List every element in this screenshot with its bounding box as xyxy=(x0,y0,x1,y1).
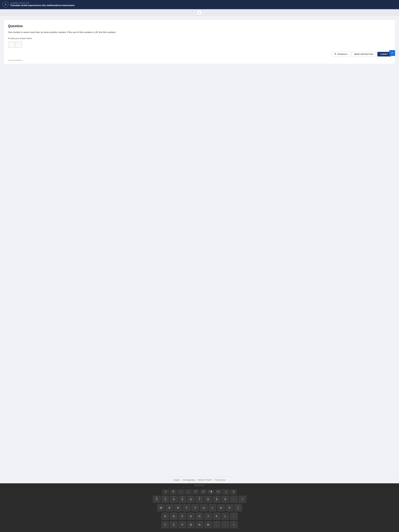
footer-sep1: | xyxy=(181,479,182,481)
key-0[interactable]: ) 0 xyxy=(221,496,229,503)
key-t[interactable]: T xyxy=(183,504,191,512)
key-h[interactable]: H xyxy=(196,513,203,520)
collapse-bar[interactable]: ∨ xyxy=(0,9,399,16)
key-8[interactable]: * 8 xyxy=(204,496,212,503)
key-r[interactable]: R xyxy=(174,504,182,512)
key-4[interactable]: $ 4 xyxy=(170,496,178,503)
key-semicolon[interactable]: : ; xyxy=(230,513,238,520)
key-f[interactable]: F xyxy=(178,513,186,520)
key-i[interactable]: I xyxy=(209,504,216,512)
key-m[interactable]: M xyxy=(204,521,212,529)
objective-text: CURRENT OBJECTIVE Translate verbal expre… xyxy=(10,2,75,7)
key-slash[interactable]: ? / xyxy=(230,521,238,529)
key-5[interactable]: % 5 xyxy=(178,496,186,503)
answer-box-1[interactable] xyxy=(8,42,15,48)
objective-icon: ★ xyxy=(3,2,8,7)
main-content: Question One number is seven more than s… xyxy=(0,16,399,476)
footer-sep2: | xyxy=(196,479,196,481)
keyboard-light-down-icon: ⋰ xyxy=(187,490,189,492)
key-f5[interactable]: ⋰ F5 xyxy=(185,489,192,494)
mute-icon: ◁ xyxy=(225,490,227,492)
volume-down-icon: ◁) xyxy=(232,490,234,492)
key-f7[interactable]: ◁◁ F7 xyxy=(200,489,207,494)
key-s[interactable]: S xyxy=(161,513,169,520)
key-f6[interactable]: ☀ F6 xyxy=(192,489,199,494)
number-row: @ 2 # 3 $ 4 % 5 ^ 6 & 7 * 8 ( 9 xyxy=(3,496,396,503)
footer-blog[interactable]: Schoology Blog xyxy=(183,479,195,481)
chat-icon: ≡ xyxy=(391,52,393,55)
key-f10[interactable]: ◁ F10 xyxy=(222,489,229,494)
key-9[interactable]: ( 9 xyxy=(213,496,221,503)
chevron-down-icon: ∨ xyxy=(199,12,200,14)
key-n[interactable]: N xyxy=(196,521,203,529)
footer-sep3: | xyxy=(213,479,214,481)
key-f11[interactable]: ◁) F11 xyxy=(230,489,237,494)
key-l[interactable]: L xyxy=(221,513,229,520)
play-pause-icon: ▷❚ xyxy=(209,490,212,492)
key-k[interactable]: K xyxy=(213,513,221,520)
key-j[interactable]: J xyxy=(204,513,212,520)
feedback-button[interactable]: ⚑ FEEDBACK xyxy=(332,52,350,57)
chat-float-button[interactable]: ≡ xyxy=(389,50,395,56)
collapse-button[interactable]: ∨ xyxy=(197,10,202,15)
fast-forward-icon: ▷▷ xyxy=(217,490,220,492)
answer-box-2[interactable] xyxy=(16,42,22,48)
objective-bar: ★ CURRENT OBJECTIVE Translate verbal exp… xyxy=(0,0,399,9)
key-y[interactable]: Y xyxy=(191,504,199,512)
key-2[interactable]: @ 2 xyxy=(153,496,161,503)
asdf-row: S D F G H J K L : ; xyxy=(3,513,396,520)
brightness-icon: ☀ xyxy=(165,490,166,492)
content-attribution: Content attribution xyxy=(8,59,391,61)
footer-links: Support | Schoology Blog | PRIVACY POLIC… xyxy=(0,476,399,483)
key-b[interactable]: B xyxy=(187,521,195,529)
key-f9[interactable]: ▷▷ F9 xyxy=(215,489,222,494)
key-u[interactable]: U xyxy=(200,504,208,512)
fn-key-row: ☀ F2 ⊞ F3 ⋯ F4 ⋰ F5 ☀ F6 ◁◁ F7 ▷❚ F8 ▷▷ xyxy=(3,489,396,494)
launchpad-icon: ⋯ xyxy=(180,490,182,492)
qwerty-row: W E R T Y U I O P { [ xyxy=(3,504,396,512)
key-period[interactable]: > . xyxy=(221,521,229,529)
key-f8[interactable]: ▷❚ F8 xyxy=(207,489,214,494)
key-equals[interactable]: + = xyxy=(238,496,246,503)
submit-button[interactable]: SUBMIT xyxy=(377,52,391,57)
macbook-label: MacBook Air xyxy=(0,483,399,487)
feedback-label: FEEDBACK xyxy=(337,53,348,55)
footer-privacy[interactable]: PRIVACY POLICY xyxy=(198,479,212,481)
key-e[interactable]: E xyxy=(166,504,173,512)
key-g[interactable]: G xyxy=(187,513,195,520)
key-d[interactable]: D xyxy=(170,513,178,520)
key-y2[interactable]: Y xyxy=(161,521,169,529)
key-v[interactable]: V xyxy=(178,521,186,529)
more-instruction-button[interactable]: MORE INSTRUCTION xyxy=(352,52,376,57)
question-heading: Question xyxy=(8,24,391,28)
key-comma[interactable]: < , xyxy=(213,521,221,529)
answer-boxes xyxy=(8,42,391,48)
rewind-icon: ◁◁ xyxy=(202,490,205,492)
key-f3[interactable]: ⊞ F3 xyxy=(170,489,177,494)
more-instruction-label: MORE INSTRUCTION xyxy=(354,53,373,55)
objective-label: CURRENT OBJECTIVE xyxy=(10,2,75,4)
key-minus[interactable]: _ - xyxy=(230,496,238,503)
question-text: One number is seven more than six times … xyxy=(8,31,391,34)
key-6[interactable]: ^ 6 xyxy=(187,496,195,503)
key-7[interactable]: & 7 xyxy=(196,496,203,503)
bottom-row: Y C V B N M < , > . ? / xyxy=(3,521,396,529)
footer-terms[interactable]: Terms of Use xyxy=(215,479,225,481)
key-c[interactable]: C xyxy=(170,521,178,529)
footer-support[interactable]: Support xyxy=(174,479,180,481)
key-f2[interactable]: ☀ F2 xyxy=(162,489,169,494)
key-bracket-open[interactable]: { [ xyxy=(234,504,242,512)
question-wrapper: Question One number is seven more than s… xyxy=(4,20,395,64)
keyboard-area: ☀ F2 ⊞ F3 ⋯ F4 ⋰ F5 ☀ F6 ◁◁ F7 ▷❚ F8 ▷▷ xyxy=(0,487,399,532)
question-text-part1: One number is seven more than six times … xyxy=(8,31,95,33)
key-w[interactable]: W xyxy=(157,504,165,512)
question-section: Question One number is seven more than s… xyxy=(4,20,395,64)
keyboard-light-up-icon: ☀ xyxy=(195,490,196,492)
key-3[interactable]: # 3 xyxy=(161,496,169,503)
mission-control-icon: ⊞ xyxy=(172,490,174,492)
key-o[interactable]: O xyxy=(217,504,225,512)
flag-icon: ⚑ xyxy=(334,53,336,55)
key-p[interactable]: P xyxy=(226,504,234,512)
submit-label: SUBMIT xyxy=(380,53,388,55)
key-f4[interactable]: ⋯ F4 xyxy=(177,489,184,494)
